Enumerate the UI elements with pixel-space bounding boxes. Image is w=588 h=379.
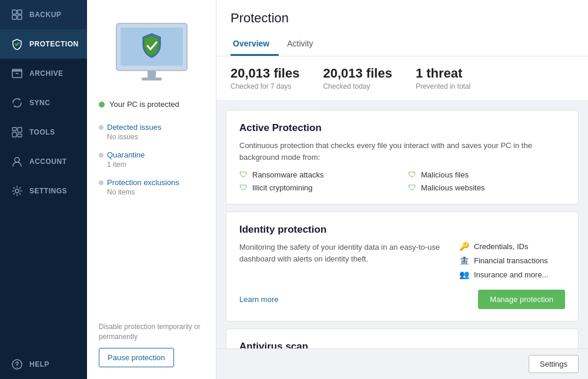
sync-icon xyxy=(11,96,24,109)
svg-rect-7 xyxy=(12,128,16,130)
quarantine-group: Quarantine 1 item xyxy=(99,150,204,169)
svg-rect-1 xyxy=(18,10,22,14)
svg-rect-4 xyxy=(12,71,22,78)
status-dot xyxy=(99,102,105,108)
monitor-image xyxy=(113,18,190,88)
svg-rect-0 xyxy=(12,10,16,14)
settings-bottom-bar: Settings xyxy=(216,348,588,379)
quarantine-dot xyxy=(99,153,103,157)
right-content: Protection Overview Activity 20,013 file… xyxy=(216,0,588,379)
stat-label-7days: Checked for 7 days xyxy=(230,82,299,90)
sidebar-item-label-tools: TOOLS xyxy=(29,128,55,136)
status-text: Your PC is protected xyxy=(109,100,179,109)
settings-button[interactable]: Settings xyxy=(529,355,579,373)
tools-icon xyxy=(11,126,24,139)
sidebar-item-protection[interactable]: PROTECTION xyxy=(0,29,87,59)
monitor-svg xyxy=(113,21,190,85)
people-icon: 👥 xyxy=(459,270,469,279)
detected-issues-group: Detected issues No issues xyxy=(99,123,204,141)
svg-rect-18 xyxy=(142,78,162,81)
svg-rect-2 xyxy=(12,15,16,19)
stat-label-today: Checked today xyxy=(323,82,392,90)
svg-point-12 xyxy=(15,189,19,193)
quarantine-label: Quarantine xyxy=(107,150,145,159)
sidebar-item-settings[interactable]: SETTINGS xyxy=(0,176,87,206)
key-icon: 🔑 xyxy=(459,242,469,251)
shield-icon-malicious-files: 🛡 xyxy=(408,170,416,179)
stat-label-threats: Prevented in total xyxy=(416,82,470,90)
feature-malicious-files: 🛡 Malicious files xyxy=(408,170,565,179)
manage-protection-button[interactable]: Manage protection xyxy=(478,290,565,309)
svg-point-11 xyxy=(15,157,19,162)
svg-rect-8 xyxy=(12,132,16,137)
account-icon xyxy=(11,155,24,168)
stat-number-threats: 1 threat xyxy=(416,66,470,81)
page-title: Protection xyxy=(230,11,574,26)
stat-files-today: 20,013 files Checked today xyxy=(323,66,392,90)
protection-icon xyxy=(11,38,24,51)
sidebar-item-account[interactable]: ACCOUNT xyxy=(0,147,87,176)
feature-cryptomining: 🛡 Illicit cryptomining xyxy=(239,183,396,192)
detected-issues-link[interactable]: Detected issues xyxy=(99,123,204,132)
backup-icon xyxy=(11,8,24,21)
left-links: Detected issues No issues Quarantine 1 i… xyxy=(99,123,204,196)
shield-icon-cryptomining: 🛡 xyxy=(239,183,248,192)
sidebar-item-help[interactable]: HELP xyxy=(0,350,87,379)
antivirus-scan-title: Antivirus scan xyxy=(239,341,565,348)
identity-protection-title: Identity protection xyxy=(239,224,565,236)
protection-features: 🛡 Ransomware attacks 🛡 Malicious files 🛡… xyxy=(239,170,565,192)
svg-point-14 xyxy=(16,367,18,368)
stat-files-7days: 20,013 files Checked for 7 days xyxy=(230,66,299,90)
shield-icon-malicious-websites: 🛡 xyxy=(408,183,416,192)
exclusions-label: Protection exclusions xyxy=(107,178,179,187)
quarantine-sub: 1 item xyxy=(99,160,204,169)
sidebar-item-label-protection: PROTECTION xyxy=(29,40,79,48)
identity-feature-financial: 🏦 Financial transactions xyxy=(459,256,565,265)
sidebar-item-sync[interactable]: SYNC xyxy=(0,88,87,118)
sidebar-item-archive[interactable]: ARCHIVE xyxy=(0,59,87,88)
quarantine-link[interactable]: Quarantine xyxy=(99,150,204,159)
exclusions-sub: No items xyxy=(99,188,204,196)
stats-bar: 20,013 files Checked for 7 days 20,013 f… xyxy=(216,56,588,100)
active-protection-title: Active Protection xyxy=(239,122,565,134)
active-protection-desc: Continuous protection that checks every … xyxy=(239,140,565,163)
active-protection-card: Active Protection Continuous protection … xyxy=(226,110,579,204)
identity-card-footer: Learn more Manage protection xyxy=(239,290,565,309)
archive-icon xyxy=(11,67,24,80)
stat-threats: 1 threat Prevented in total xyxy=(416,66,470,90)
shield-icon-ransomware: 🛡 xyxy=(239,170,248,179)
tab-activity[interactable]: Activity xyxy=(285,34,322,56)
status-indicator: Your PC is protected xyxy=(99,100,179,109)
stat-number-7days: 20,013 files xyxy=(230,66,299,81)
feature-malicious-websites: 🛡 Malicious websites xyxy=(408,183,565,192)
sidebar: BACKUP PROTECTION ARCHIVE xyxy=(0,0,87,379)
exclusions-link[interactable]: Protection exclusions xyxy=(99,178,204,187)
learn-more-link[interactable]: Learn more xyxy=(239,295,278,304)
stat-number-today: 20,013 files xyxy=(323,66,392,81)
tab-overview[interactable]: Overview xyxy=(230,34,279,56)
detected-issues-dot xyxy=(99,125,103,130)
identity-feature-credentials: 🔑 Credentials, IDs xyxy=(459,242,565,251)
svg-rect-3 xyxy=(18,15,22,19)
sidebar-item-label-help: HELP xyxy=(29,360,49,368)
sidebar-item-label-account: ACCOUNT xyxy=(29,157,67,166)
bank-icon: 🏦 xyxy=(459,256,469,265)
pause-section: Disable protection temporarily or perman… xyxy=(99,310,204,367)
identity-card-content: Monitoring the safety of your identity d… xyxy=(239,242,565,279)
tabs: Overview Activity xyxy=(230,34,574,56)
pause-protection-button[interactable]: Pause protection xyxy=(99,348,174,367)
sidebar-item-label-settings: SETTINGS xyxy=(29,187,67,195)
sidebar-item-label-backup: BACKUP xyxy=(29,11,61,19)
gear-icon xyxy=(11,185,24,197)
content-area: Your PC is protected Detected issues No … xyxy=(87,0,588,379)
feature-ransomware: 🛡 Ransomware attacks xyxy=(239,170,396,179)
sidebar-item-label-archive: ARCHIVE xyxy=(29,69,64,78)
svg-rect-10 xyxy=(18,134,22,137)
identity-features: 🔑 Credentials, IDs 🏦 Financial transacti… xyxy=(459,242,565,279)
exclusions-group: Protection exclusions No items xyxy=(99,178,204,196)
svg-rect-17 xyxy=(148,71,156,78)
left-panel: Your PC is protected Detected issues No … xyxy=(87,0,216,379)
sidebar-item-tools[interactable]: TOOLS xyxy=(0,118,87,147)
sidebar-item-backup[interactable]: BACKUP xyxy=(0,0,87,29)
help-icon xyxy=(11,358,24,371)
